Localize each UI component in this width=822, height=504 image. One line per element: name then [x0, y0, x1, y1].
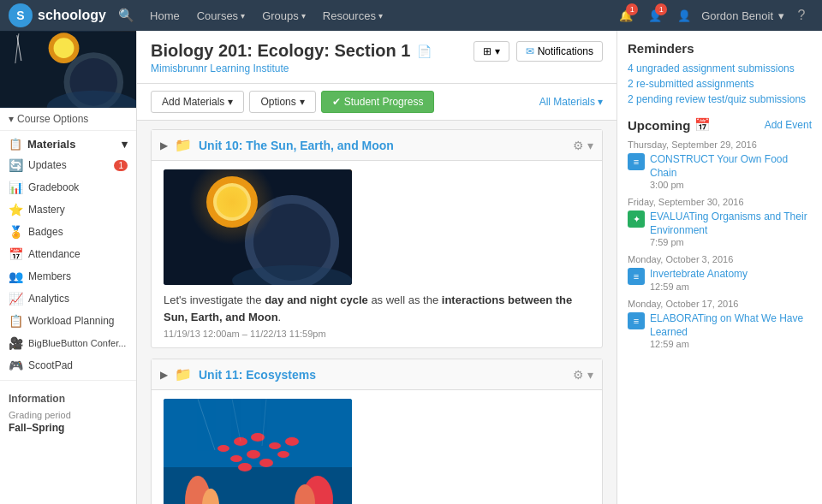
add-event-link[interactable]: Add Event [765, 119, 812, 131]
unit-10-image [164, 169, 352, 285]
course-hero-image [0, 31, 136, 108]
course-title-row: Biology 201: Ecology: Section 1 📄 [151, 41, 432, 61]
grading-period-value: Fall–Spring [9, 422, 128, 434]
event-icon-1: ✦ [628, 210, 645, 228]
edit-icon[interactable]: 📄 [417, 44, 432, 58]
unit-11-toggle[interactable]: ▶ [160, 369, 168, 381]
unit-10-title[interactable]: Unit 10: The Sun, Earth, and Moon [199, 139, 566, 152]
nav-resources[interactable]: Resources ▾ [314, 0, 391, 31]
event-icon-3: ≡ [628, 312, 645, 329]
user-name[interactable]: Gordon Benoit [701, 9, 773, 22]
reminder-link-1[interactable]: 2 re-submitted assignments [628, 78, 812, 90]
sidebar-item-workload[interactable]: 📋 Workload Planning [0, 310, 136, 332]
unit-11-header: ▶ 📁 Unit 11: Ecosystems ⚙ ▾ [152, 359, 602, 390]
notifications-icon-2[interactable]: 👤 1 [643, 3, 667, 27]
toolbar: Add Materials ▾ Options ▾ ✔ Student Prog… [137, 84, 616, 121]
nav-home[interactable]: Home [141, 0, 188, 31]
date-label-1: Friday, September 30, 2016 [628, 197, 812, 207]
unit-10-dates: 11/19/13 12:00am – 11/22/13 11:59pm [164, 329, 590, 339]
event-item-0: ≡ CONSTRUCT Your Own Food Chain 3:00 pm [628, 153, 812, 190]
unit-11-gear[interactable]: ⚙ ▾ [573, 368, 593, 382]
reminder-link-2[interactable]: 2 pending review test/quiz submissions [628, 93, 812, 105]
bigbluebutton-icon: 🎥 [9, 336, 22, 350]
unit-11-title[interactable]: Unit 11: Ecosystems [199, 368, 566, 382]
avatar[interactable]: 👤 [672, 3, 696, 27]
content-area: Biology 201: Ecology: Section 1 📄 Mimisb… [137, 31, 616, 504]
svg-point-25 [269, 442, 281, 449]
sidebar-item-badges[interactable]: 🏅 Badges [0, 221, 136, 243]
reminder-link-0[interactable]: 4 ungraded assignment submissions [628, 62, 812, 74]
sidebar-item-gradebook[interactable]: 📊 Gradebook [0, 176, 136, 199]
view-caret: ▾ [495, 45, 500, 57]
main-layout: ▾ Course Options 📋 Materials ▾ 🔄 Updates… [0, 31, 822, 504]
sidebar-item-members[interactable]: 👥 Members [0, 265, 136, 288]
unit-10-toggle[interactable]: ▶ [160, 139, 168, 151]
options-button[interactable]: Options ▾ [249, 91, 315, 113]
nav-right: 🔔 1 👤 1 👤 Gordon Benoit ▾ ? [614, 3, 813, 27]
unit-10-gear[interactable]: ⚙ ▾ [573, 139, 593, 152]
view-button[interactable]: ⊞ ▾ [474, 41, 509, 62]
fish-svg [164, 399, 352, 504]
student-progress-button[interactable]: ✔ Student Progress [321, 91, 435, 113]
event-icon-0: ≡ [628, 153, 645, 170]
planet-svg [164, 169, 352, 285]
materials-icon: 📋 [9, 138, 22, 151]
sidebar-item-bigbluebutton[interactable]: 🎥 BigBlueButton Confer... [0, 332, 136, 354]
svg-point-27 [230, 455, 242, 462]
top-navigation: S schoology 🔍 Home Courses ▾ Groups ▾ Re… [0, 0, 822, 31]
materials-content: ▶ 📁 Unit 10: The Sun, Earth, and Moon ⚙ … [137, 121, 616, 504]
course-options[interactable]: ▾ Course Options [0, 108, 136, 131]
event-title-2[interactable]: Invertebrate Anatomy [650, 268, 748, 282]
options-caret: ▾ [300, 96, 305, 108]
event-title-3[interactable]: ELABORATing on What We Have Learned [650, 312, 812, 339]
logo-name: schoology [38, 8, 106, 23]
help-icon[interactable]: ? [789, 3, 813, 27]
event-time-1: 7:59 pm [650, 237, 812, 247]
all-materials-link[interactable]: All Materials ▾ [539, 96, 603, 108]
sidebar-item-analytics[interactable]: 📈 Analytics [0, 288, 136, 310]
svg-point-28 [259, 459, 273, 467]
course-options-caret: ▾ [9, 113, 14, 125]
sidebar: ▾ Course Options 📋 Materials ▾ 🔄 Updates… [0, 31, 137, 504]
analytics-icon: 📈 [9, 292, 22, 305]
add-materials-button[interactable]: Add Materials ▾ [151, 91, 244, 113]
upcoming-header: Upcoming 📅 Add Event [628, 117, 812, 133]
unit-10-folder-icon: 📁 [175, 137, 192, 153]
unit-10-body: Let's investigate the day and night cycl… [152, 161, 602, 347]
sidebar-item-attendance[interactable]: 📅 Attendance [0, 243, 136, 265]
grading-period-label: Grading period [9, 410, 128, 420]
sidebar-item-mastery[interactable]: ⭐ Mastery [0, 199, 136, 221]
sidebar-info: Information Grading period Fall–Spring [0, 384, 136, 442]
user-menu-caret[interactable]: ▾ [778, 9, 784, 22]
sidebar-item-scootpad[interactable]: 🎮 ScootPad [0, 354, 136, 377]
content-title-group: Biology 201: Ecology: Section 1 📄 Mimisb… [151, 41, 432, 74]
sidebar-item-updates[interactable]: 🔄 Updates 1 [0, 154, 136, 176]
sidebar-divider [0, 380, 136, 381]
unit-11-block: ▶ 📁 Unit 11: Ecosystems ⚙ ▾ [151, 359, 603, 504]
scootpad-icon: 🎮 [9, 359, 22, 372]
materials-caret[interactable]: ▾ [122, 138, 128, 151]
notifications-icon-1[interactable]: 🔔 1 [614, 3, 638, 27]
resources-caret: ▾ [378, 11, 383, 21]
svg-point-5 [54, 38, 74, 58]
unit-10-header: ▶ 📁 Unit 10: The Sun, Earth, and Moon ⚙ … [152, 130, 602, 161]
notifications-button[interactable]: ✉ Notifications [516, 41, 603, 62]
info-section-label: Information [9, 393, 128, 405]
notif-badge-2: 1 [655, 3, 667, 15]
course-institution[interactable]: Mimisbrunnr Learning Institute [151, 62, 432, 74]
checkmark-icon: ✔ [332, 96, 341, 108]
content-header: Biology 201: Ecology: Section 1 📄 Mimisb… [137, 31, 616, 84]
event-time-2: 12:59 am [650, 282, 748, 292]
groups-caret: ▾ [301, 11, 306, 21]
unit-10-block: ▶ 📁 Unit 10: The Sun, Earth, and Moon ⚙ … [151, 129, 603, 348]
event-title-1[interactable]: EVALUATing Organisms and Their Environme… [650, 210, 812, 237]
unit-11-image [164, 399, 352, 504]
nav-groups[interactable]: Groups ▾ [253, 0, 314, 31]
updates-icon: 🔄 [9, 158, 22, 172]
logo-icon: S [9, 3, 33, 27]
event-title-0[interactable]: CONSTRUCT Your Own Food Chain [650, 153, 812, 180]
search-icon[interactable]: 🔍 [118, 8, 134, 23]
gradebook-icon: 📊 [9, 181, 22, 194]
logo[interactable]: S schoology [9, 3, 106, 27]
nav-courses[interactable]: Courses ▾ [188, 0, 253, 31]
